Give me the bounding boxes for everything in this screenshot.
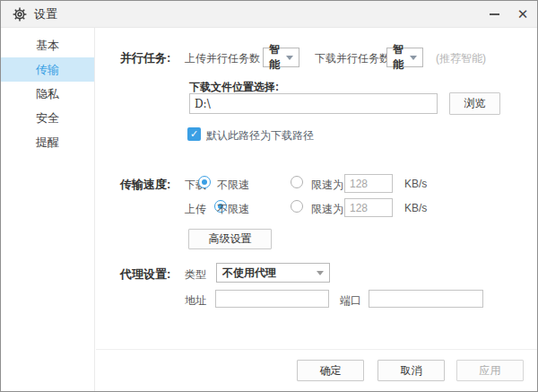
footer-divider (96, 349, 537, 350)
chevron-down-icon (410, 56, 417, 60)
browse-button[interactable]: 浏览 (449, 92, 500, 115)
download-parallel-label: 下载并行任务数 (315, 51, 390, 66)
title-bar: 设置 ✕ (1, 1, 537, 28)
settings-dialog: 设置 ✕ 基本 传输 隐私 安全 提醒 并行任务: 上传并行任务数 智能 下载并… (0, 0, 538, 392)
sidebar: 基本 传输 隐私 安全 提醒 (1, 28, 95, 391)
proxy-type-select[interactable]: 不使用代理 (216, 263, 330, 283)
proxy-address-input[interactable] (215, 290, 329, 308)
proxy-section-label: 代理设置: (120, 266, 170, 283)
sidebar-item-transfer[interactable]: 传输 (1, 57, 94, 82)
proxy-port-label: 端口 (340, 293, 361, 309)
download-limit-radio[interactable] (291, 176, 303, 188)
upload-parallel-value: 智能 (269, 42, 281, 73)
upload-limit-input[interactable] (344, 198, 393, 217)
chevron-down-icon (286, 56, 293, 60)
download-limit-unit: KB/s (404, 178, 427, 190)
chevron-down-icon (317, 271, 324, 275)
sidebar-item-privacy[interactable]: 隐私 (1, 82, 94, 106)
transfer-speed-section-label: 传输速度: (120, 177, 170, 193)
minimize-icon (490, 13, 499, 15)
upload-limit-unit: KB/s (404, 202, 427, 214)
download-limit-input[interactable] (344, 174, 393, 193)
advanced-settings-button[interactable]: 高级设置 (188, 229, 272, 249)
upload-limit-radio[interactable] (291, 200, 303, 213)
default-path-checkbox-label: 默认此路径为下载路径 (206, 128, 314, 144)
close-icon: ✕ (517, 7, 529, 21)
sidebar-item-basic[interactable]: 基本 (1, 33, 94, 57)
upload-limit-label: 限速为 (311, 202, 343, 217)
upload-parallel-label: 上传并行任务数 (185, 51, 260, 66)
recommended-hint: (推荐智能) (436, 51, 486, 66)
proxy-type-label: 类型 (185, 267, 206, 283)
proxy-address-label: 地址 (185, 293, 206, 309)
sidebar-item-security[interactable]: 安全 (1, 106, 94, 130)
ok-button[interactable]: 确定 (297, 360, 364, 381)
download-limit-label: 限速为 (311, 178, 343, 193)
upload-unlimited-label: 不限速 (217, 202, 249, 217)
upload-speed-label: 上传 (185, 202, 206, 217)
cancel-button[interactable]: 取消 (377, 360, 445, 381)
minimize-button[interactable] (480, 1, 508, 28)
transfer-settings-panel: 并行任务: 上传并行任务数 智能 下载并行任务数 智能 (推荐智能) 下载文件位… (96, 28, 537, 391)
proxy-port-input[interactable] (369, 290, 483, 308)
download-unlimited-label: 不限速 (217, 178, 249, 193)
download-parallel-select[interactable]: 智能 (386, 48, 423, 67)
close-button[interactable]: ✕ (508, 1, 537, 28)
download-path-input[interactable] (189, 93, 438, 114)
default-path-checkbox[interactable]: ✓ (187, 127, 201, 141)
download-parallel-value: 智能 (393, 42, 404, 73)
apply-button[interactable]: 应用 (456, 360, 524, 381)
gear-icon (13, 7, 27, 22)
download-unlimited-radio[interactable] (198, 176, 211, 188)
parallel-tasks-section-label: 并行任务: (120, 50, 170, 66)
window-title: 设置 (34, 6, 57, 22)
proxy-type-value: 不使用代理 (222, 266, 276, 281)
upload-parallel-select[interactable]: 智能 (263, 48, 299, 67)
sidebar-item-reminder[interactable]: 提醒 (1, 130, 94, 154)
checkmark-icon: ✓ (190, 129, 198, 139)
